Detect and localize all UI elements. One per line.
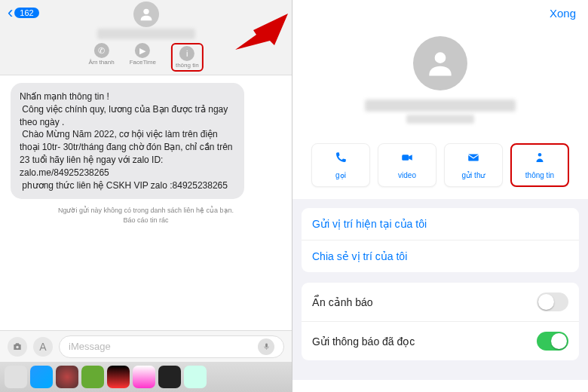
action-tile-call[interactable]: gọi: [311, 143, 370, 187]
unknown-sender-notice: Người gửi này không có trong danh sách l…: [11, 207, 281, 214]
dock-item[interactable]: [158, 366, 181, 388]
svg-point-1: [16, 345, 19, 348]
contact-name-redacted: [365, 100, 516, 112]
phone-icon: ✆: [94, 43, 109, 58]
contact-subtitle-redacted: [406, 115, 474, 124]
unread-badge: 162: [14, 8, 38, 18]
dock-item[interactable]: [81, 366, 104, 388]
share-my-location[interactable]: Chia sẻ vị trí của tôi: [302, 240, 579, 272]
message-input-bar: A iMessage: [0, 330, 292, 362]
chat-header: ‹ 162 ✆ Âm thanh ▶ FaceTime i thông tin: [0, 0, 292, 75]
report-junk-link[interactable]: Báo cáo tin rác: [11, 216, 281, 224]
contact-actions: ✆ Âm thanh ▶ FaceTime i thông tin: [88, 43, 203, 72]
svg-rect-2: [265, 343, 268, 348]
dock-item[interactable]: [107, 366, 130, 388]
svg-marker-6: [409, 155, 412, 161]
mic-icon[interactable]: [258, 338, 274, 355]
location-group: Gửi vị trí hiện tại của tôi Chia sẻ vị t…: [302, 208, 579, 272]
dock-item[interactable]: [56, 366, 78, 388]
app-drawer[interactable]: [0, 362, 292, 392]
mail-icon: [467, 151, 480, 168]
dock-item[interactable]: [133, 366, 155, 388]
chevron-left-icon: ‹: [8, 3, 13, 23]
input-placeholder: iMessage: [69, 341, 111, 352]
video-icon: [400, 151, 414, 168]
read-receipts-toggle[interactable]: [537, 332, 568, 351]
contact-avatar[interactable]: [133, 2, 159, 27]
svg-rect-5: [402, 155, 409, 161]
action-facetime[interactable]: ▶ FaceTime: [130, 43, 156, 72]
contact-action-grid: gọi video gửi thư thông tin: [292, 137, 588, 199]
contact-info-screen: Xong gọi video gửi thư: [292, 0, 588, 392]
dock-item[interactable]: [184, 366, 207, 388]
done-button[interactable]: Xong: [550, 7, 576, 20]
action-audio[interactable]: ✆ Âm thanh: [88, 43, 114, 72]
alerts-group: Ẩn cảnh báo Gửi thông báo đã đọc: [302, 283, 579, 360]
contact-header: [292, 26, 588, 137]
action-tile-info[interactable]: thông tin: [510, 143, 569, 187]
video-icon: ▶: [135, 43, 150, 58]
contact-avatar-large[interactable]: [413, 36, 467, 90]
hide-alerts-toggle[interactable]: [537, 292, 568, 311]
incoming-message-bubble[interactable]: Nhấn mạnh thông tin ! Công việc chính qu…: [11, 83, 244, 199]
svg-point-4: [435, 52, 446, 63]
person-icon: [424, 47, 457, 80]
sheet-header: Xong: [292, 0, 588, 26]
settings-section: Gửi vị trí hiện tại của tôi Chia sẻ vị t…: [292, 199, 588, 380]
camera-icon[interactable]: [8, 337, 27, 357]
hide-alerts-row: Ẩn cảnh báo: [302, 283, 579, 322]
messages-screen: ‹ 162 ✆ Âm thanh ▶ FaceTime i thông tin …: [0, 0, 292, 392]
phone-icon: [334, 151, 348, 168]
info-icon: i: [179, 46, 194, 61]
svg-rect-7: [468, 155, 479, 161]
dock-item[interactable]: [5, 366, 27, 388]
chat-body: Nhấn mạnh thông tin ! Công việc chính qu…: [0, 75, 292, 330]
appstore-icon[interactable]: A: [33, 337, 53, 357]
person-icon: [138, 6, 155, 23]
dock-item[interactable]: [30, 366, 53, 388]
action-tile-video[interactable]: video: [378, 143, 436, 187]
svg-point-0: [143, 9, 149, 14]
send-current-location[interactable]: Gửi vị trí hiện tại của tôi: [302, 208, 579, 240]
read-receipts-row: Gửi thông báo đã đọc: [302, 322, 579, 360]
svg-point-8: [538, 153, 542, 157]
message-input[interactable]: iMessage: [59, 335, 284, 358]
contact-name-redacted: [97, 29, 195, 39]
person-info-icon: [533, 151, 547, 168]
action-info[interactable]: i thông tin: [171, 43, 204, 72]
action-tile-mail[interactable]: gửi thư: [444, 143, 503, 187]
